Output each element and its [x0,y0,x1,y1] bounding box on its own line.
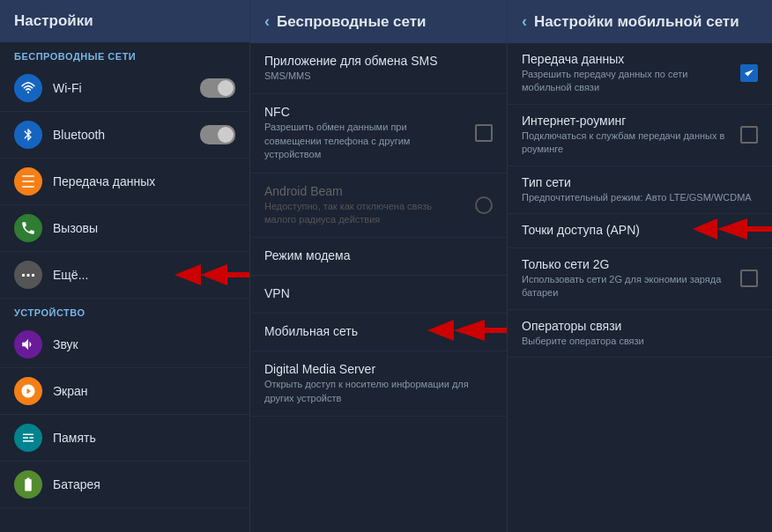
operators-subtitle: Выберите оператора связи [522,335,758,348]
modem-title: Режим модема [264,248,493,262]
back-arrow-wireless: ‹ [264,12,270,31]
data-transfer-item[interactable]: Передача данных [0,159,249,205]
svg-marker-1 [174,264,201,285]
sms-subtitle: SMS/MMS [264,70,493,83]
media-server-title: Digital Media Server [264,362,493,376]
sound-icon [14,330,42,358]
wifi-label: Wi-Fi [53,81,200,95]
mobile-red-arrow [427,317,508,347]
android-beam-title: Android Beam [264,184,463,198]
vpn-title: VPN [264,286,493,300]
battery-icon [14,470,42,499]
more-item[interactable]: ··· Ещё... [0,252,249,299]
wifi-icon [14,74,42,102]
bluetooth-icon [14,121,42,149]
wifi-item[interactable]: Wi-Fi [0,65,249,112]
nfc-title: NFC [264,105,463,119]
network-type-subtitle: Предпочтительный режим: Авто LTE/GSM/WCD… [522,191,758,204]
roaming-title: Интернет-роуминг [522,114,728,128]
mobile-settings-title: Настройки мобильной сети [534,13,739,31]
settings-panel: Настройки БЕСПРОВОДНЫЕ СЕТИ Wi-Fi Blueto… [0,0,250,532]
sms-title: Приложение для обмена SMS [264,54,493,68]
storage-item[interactable]: Память [0,415,249,462]
mobile-settings-panel: ‹ Настройки мобильной сети Передача данн… [508,0,772,532]
wireless-networks-panel: ‹ Беспроводные сети Приложение для обмен… [250,0,508,532]
mobile-settings-header: ‹ Настройки мобильной сети [508,0,772,43]
vpn-item[interactable]: VPN [250,276,507,314]
data-transfer-right-title: Передача данных [522,52,728,66]
more-icon: ··· [14,261,42,289]
2g-only-item[interactable]: Только сети 2G Использовать сети 2G для … [508,248,772,310]
modem-item[interactable]: Режим модема [250,238,507,276]
operators-title: Операторы связи [522,319,758,333]
settings-title: Настройки [14,12,93,30]
wireless-section-label: БЕСПРОВОДНЫЕ СЕТИ [0,42,249,65]
bluetooth-toggle[interactable] [200,125,235,144]
network-type-title: Тип сети [522,175,758,189]
apn-red-arrow [693,217,772,245]
data-transfer-checkbox[interactable] [740,64,758,82]
storage-icon [14,424,42,452]
apn-item[interactable]: Точки доступа (APN) [508,214,772,248]
2g-only-title: Только сети 2G [522,257,728,271]
roaming-subtitle: Подключаться к службам передачи данных в… [522,129,728,157]
more-red-arrow [174,262,250,288]
wireless-title: Беспроводные сети [277,13,427,31]
settings-header: Настройки [0,0,249,42]
calls-item[interactable]: Вызовы [0,205,249,252]
2g-only-subtitle: Использовать сети 2G для экономии заряда… [522,273,728,300]
operators-item[interactable]: Операторы связи Выберите оператора связи [508,310,772,358]
display-item[interactable]: Экран [0,368,249,415]
2g-only-checkbox[interactable] [740,270,758,287]
calls-icon [14,214,42,242]
svg-marker-5 [693,218,717,240]
data-transfer-icon [14,167,42,196]
battery-item[interactable]: Батарея [0,462,249,508]
sound-label: Звук [53,337,235,351]
mobile-network-item[interactable]: Мобильная сеть [250,314,507,351]
wifi-toggle[interactable] [200,78,235,98]
bluetooth-item[interactable]: Bluetooth [0,112,249,159]
display-icon [14,377,42,405]
sms-item[interactable]: Приложение для обмена SMS SMS/MMS [250,43,507,94]
display-label: Экран [53,384,235,398]
android-beam-radio [475,196,493,214]
svg-marker-3 [427,320,454,341]
android-beam-subtitle: Недоступно, так как отключена связь мало… [264,200,463,227]
nfc-subtitle: Разрешить обмен данными при совмещении т… [264,121,463,161]
data-transfer-right-item[interactable]: Передача данных Разрешить передачу данны… [508,43,772,105]
wireless-header: ‹ Беспроводные сети [250,0,507,43]
roaming-item[interactable]: Интернет-роуминг Подключаться к службам … [508,105,772,166]
svg-marker-2 [454,320,508,341]
data-transfer-right-subtitle: Разрешить передачу данных по сети мобиль… [522,68,728,95]
calls-label: Вызовы [53,221,235,235]
storage-label: Память [53,431,235,445]
media-server-subtitle: Открыть доступ к носителю информации для… [264,378,493,405]
svg-marker-0 [201,264,250,285]
android-beam-item: Android Beam Недоступно, так как отключе… [250,174,507,239]
data-transfer-label: Передача данных [53,174,235,188]
nfc-item[interactable]: NFC Разрешить обмен данными при совмещен… [250,94,507,173]
bluetooth-label: Bluetooth [53,128,200,142]
network-type-item[interactable]: Тип сети Предпочтительный режим: Авто LT… [508,166,772,214]
nfc-checkbox[interactable] [475,124,493,142]
svg-marker-4 [717,218,772,240]
back-arrow-mobile: ‹ [522,12,527,31]
sound-item[interactable]: Звук [0,321,249,368]
roaming-checkbox[interactable] [740,126,758,144]
media-server-item[interactable]: Digital Media Server Открыть доступ к но… [250,351,507,417]
device-section-label: УСТРОЙСТВО [0,299,249,321]
battery-label: Батарея [53,477,235,491]
